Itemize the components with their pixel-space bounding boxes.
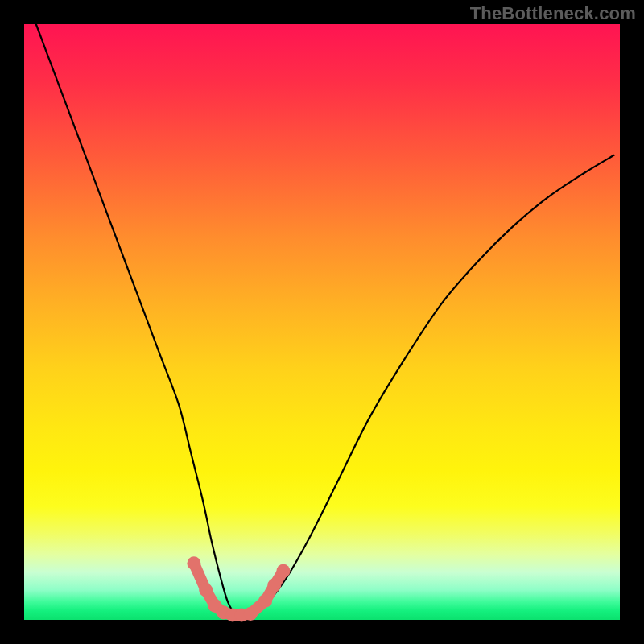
highlight-marker	[244, 607, 258, 621]
highlight-marker	[199, 584, 213, 597]
highlight-marker	[267, 579, 281, 592]
curve-layer	[24, 24, 620, 620]
bottleneck-curve	[36, 24, 614, 615]
highlight-marker	[258, 594, 272, 608]
marker-group	[187, 556, 290, 621]
highlight-marker	[187, 556, 200, 570]
watermark-text: TheBottleneck.com	[470, 3, 636, 24]
plot-area	[24, 24, 620, 620]
highlight-marker	[276, 564, 290, 578]
chart-frame: TheBottleneck.com	[0, 0, 644, 644]
